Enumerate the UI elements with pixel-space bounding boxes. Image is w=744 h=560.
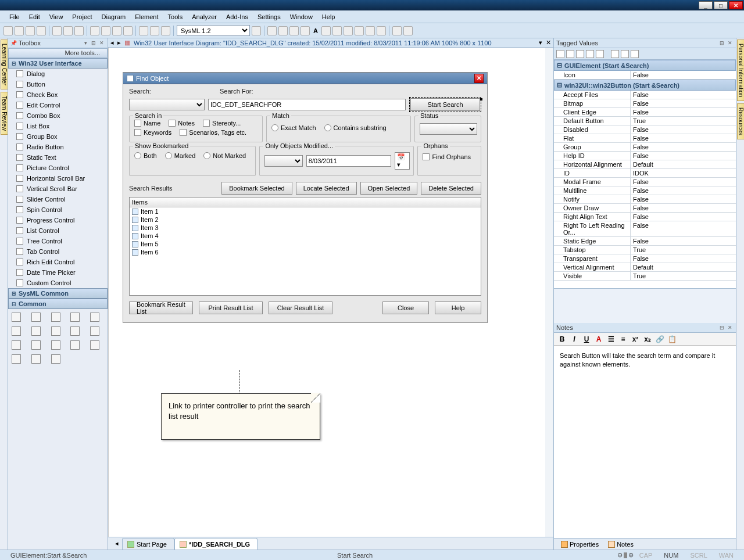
tagged-add-icon[interactable] bbox=[576, 50, 584, 58]
bookmark-selected-button[interactable]: Bookmark Selected bbox=[221, 182, 292, 195]
status-combo[interactable] bbox=[420, 123, 477, 135]
common-tool-3[interactable] bbox=[70, 313, 80, 322]
rdo-notmarked[interactable]: Not Marked bbox=[203, 152, 246, 159]
zoom-slider[interactable] bbox=[624, 552, 627, 558]
paste-icon[interactable]: 📋 bbox=[667, 335, 677, 344]
menu-help[interactable]: Help bbox=[317, 12, 340, 21]
minimize-button[interactable]: _ bbox=[699, 1, 713, 9]
locate-selected-button[interactable]: Locate Selected bbox=[296, 182, 357, 195]
zoom-in-icon[interactable]: ⊕ bbox=[628, 551, 634, 559]
property-row[interactable]: Static EdgeFalse bbox=[554, 237, 736, 246]
rail-team-review[interactable]: Team Review bbox=[1, 92, 8, 135]
pg-category-win32button[interactable]: ⊟ win32UI::win32Button (Start &Search) bbox=[554, 80, 736, 91]
property-row[interactable]: DisabledFalse bbox=[554, 125, 736, 134]
result-item[interactable]: Item 1 bbox=[130, 207, 481, 216]
common-tool-13[interactable] bbox=[70, 340, 80, 350]
rdo-marked[interactable]: Marked bbox=[165, 152, 196, 159]
result-item[interactable]: Item 4 bbox=[130, 232, 481, 240]
view2-icon[interactable] bbox=[403, 26, 413, 35]
toolbox-item-spin-control[interactable]: Spin Control bbox=[8, 204, 108, 215]
common-tool-8[interactable] bbox=[70, 326, 80, 336]
menu-edit[interactable]: Edit bbox=[24, 12, 45, 21]
zoom-fit-icon[interactable] bbox=[139, 26, 148, 35]
tagged-filter-icon[interactable] bbox=[621, 50, 629, 58]
menu-element[interactable]: Element bbox=[130, 12, 163, 21]
delete-selected-button[interactable]: Delete Selected bbox=[421, 182, 481, 195]
toolbox-item-picture-control[interactable]: Picture Control bbox=[8, 163, 108, 173]
toolbox-section-common[interactable]: ⊟Common bbox=[8, 299, 108, 309]
property-row[interactable]: Modal FrameFalse bbox=[554, 178, 736, 186]
globe-icon[interactable] bbox=[366, 26, 375, 35]
paste-icon[interactable] bbox=[74, 26, 84, 35]
modified-date-input[interactable] bbox=[306, 155, 391, 167]
menu-project[interactable]: Project bbox=[67, 12, 96, 21]
tagged-tag-icon[interactable] bbox=[611, 50, 619, 58]
undo-icon[interactable] bbox=[90, 26, 99, 35]
common-tool-5[interactable] bbox=[12, 326, 21, 336]
toolbox-item-date-time-picker[interactable]: Date Time Picker bbox=[8, 267, 108, 278]
bold-icon[interactable]: B bbox=[557, 335, 567, 344]
chk-stereo[interactable]: Stereoty... bbox=[203, 120, 241, 127]
new-icon[interactable] bbox=[3, 26, 13, 35]
tab-properties[interactable]: Properties bbox=[556, 540, 603, 549]
toolbox-item-dialog[interactable]: Dialog bbox=[8, 69, 108, 79]
notes-pin-icon[interactable]: ⊟ bbox=[718, 324, 725, 331]
refresh-icon[interactable] bbox=[252, 26, 261, 35]
redo-icon[interactable] bbox=[101, 26, 110, 35]
copy-icon[interactable] bbox=[63, 26, 73, 35]
common-tool-6[interactable] bbox=[31, 326, 41, 336]
open-selected-button[interactable]: Open Selected bbox=[360, 182, 418, 195]
menu-add-ins[interactable]: Add-Ins bbox=[221, 12, 253, 21]
tab-prev-icon[interactable]: ◂ bbox=[112, 540, 122, 547]
property-row[interactable]: VisibleTrue bbox=[554, 272, 736, 281]
chk-keywords[interactable]: Keywords bbox=[134, 129, 171, 136]
toolbox-item-tab-control[interactable]: Tab Control bbox=[8, 246, 108, 257]
rail-learning-center[interactable]: Learning Center bbox=[1, 40, 8, 89]
back-icon[interactable]: ◂ bbox=[110, 39, 114, 46]
stereotype-combo[interactable]: SysML 1.2 bbox=[177, 25, 250, 36]
menu-file[interactable]: File bbox=[5, 12, 24, 21]
menu-settings[interactable]: Settings bbox=[253, 12, 285, 21]
tagged-edit-icon[interactable] bbox=[586, 50, 594, 58]
toolbox-item-tree-control[interactable]: Tree Control bbox=[8, 236, 108, 246]
bold-icon[interactable]: A bbox=[312, 27, 320, 34]
toolbox-item-horizontal-scroll-bar[interactable]: Horizontal Scroll Bar bbox=[8, 173, 108, 184]
clear-result-list-button[interactable]: Clear Result List bbox=[269, 301, 332, 314]
menu-tools[interactable]: Tools bbox=[163, 12, 188, 21]
toolbox-item-group-box[interactable]: Group Box bbox=[8, 131, 108, 142]
diagram-canvas[interactable]: Find Object ✕ Search: Search For: bbox=[108, 48, 545, 537]
property-row[interactable]: Client EdgeFalse bbox=[554, 108, 736, 117]
property-row[interactable]: BitmapFalse bbox=[554, 99, 736, 108]
forward-icon[interactable]: ▸ bbox=[117, 39, 121, 46]
property-row[interactable]: Accept FilesFalse bbox=[554, 91, 736, 99]
tab-dropdown-icon[interactable]: ▾ bbox=[539, 39, 542, 46]
property-row[interactable]: Right To Left Reading Or...False bbox=[554, 221, 736, 237]
pointer-icon[interactable] bbox=[267, 26, 277, 35]
delete-icon[interactable] bbox=[112, 26, 121, 35]
property-row[interactable]: TransparentFalse bbox=[554, 254, 736, 263]
toolbox-item-list-control[interactable]: List Control bbox=[8, 225, 108, 236]
list-ul-icon[interactable]: ☰ bbox=[606, 335, 616, 344]
align-center-icon[interactable] bbox=[344, 26, 353, 35]
property-row[interactable]: GroupFalse bbox=[554, 143, 736, 152]
toolbox-pin-icon[interactable]: ⊟ bbox=[90, 40, 97, 46]
property-row[interactable]: TabstopTrue bbox=[554, 246, 736, 254]
start-search-button-selected[interactable]: Start Search bbox=[409, 97, 481, 112]
view1-icon[interactable] bbox=[392, 26, 402, 35]
pg-row-icon[interactable]: IconFalse bbox=[554, 71, 736, 80]
more-tools-link[interactable]: More tools... bbox=[8, 48, 108, 58]
toolbox-item-progress-control[interactable]: Progress Control bbox=[8, 215, 108, 225]
pg-category-guielement[interactable]: ⊟ GUIElement (Start &Search) bbox=[554, 60, 736, 71]
common-tool-11[interactable] bbox=[31, 340, 41, 350]
searchfor-input[interactable] bbox=[208, 99, 406, 110]
tab-notes[interactable]: Notes bbox=[603, 540, 638, 549]
toolbox-section-sysml[interactable]: ⊞SysML Common bbox=[8, 288, 108, 299]
dialog-titlebar[interactable]: Find Object ✕ bbox=[123, 73, 487, 84]
tagged-close-icon[interactable]: ✕ bbox=[727, 40, 734, 46]
notes-close-icon[interactable]: ✕ bbox=[727, 324, 734, 331]
subscript-icon[interactable]: x₂ bbox=[643, 335, 652, 344]
property-row[interactable]: NotifyFalse bbox=[554, 195, 736, 204]
common-tool-16[interactable] bbox=[31, 354, 41, 364]
italic-icon[interactable]: I bbox=[570, 335, 579, 344]
common-tool-4[interactable] bbox=[90, 313, 99, 322]
